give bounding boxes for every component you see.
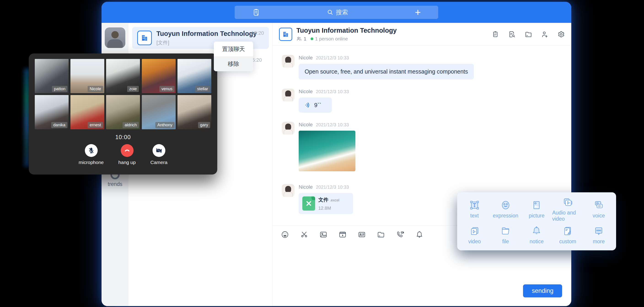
participant-tile: patton — [35, 59, 68, 93]
video-clip-icon[interactable] — [338, 231, 347, 239]
microphone-button[interactable] — [85, 144, 98, 157]
avatar[interactable] — [282, 89, 294, 101]
picture-icon — [531, 200, 542, 210]
notice-icon — [531, 226, 542, 236]
panel-item-audio-video[interactable]: Audio and video — [552, 196, 583, 222]
online-status: 1 person online — [315, 36, 348, 41]
hang-up-label: hang up — [118, 160, 136, 165]
hang-up-button[interactable] — [121, 144, 134, 157]
menu-item-pin-chat[interactable]: 置顶聊天 — [214, 41, 253, 56]
participant-name: aldrich — [122, 122, 139, 128]
panel-item-video[interactable]: video — [459, 222, 490, 248]
message-image: Nicole2021/12/3 10:33 — [282, 122, 562, 171]
group-call-overlay: patton Nicole zoie venus stellar danika … — [29, 53, 217, 175]
text-icon — [469, 200, 480, 210]
participant-name: danika — [51, 122, 68, 128]
file-name: 文件 — [318, 197, 328, 203]
company-building-icon — [137, 31, 152, 45]
top-bar: 搜索 + — [102, 2, 571, 23]
file-attachment[interactable]: ✕ 文件 .excel 12.8M — [299, 193, 353, 214]
panel-item-label: text — [470, 213, 479, 219]
add-member-icon[interactable] — [541, 31, 548, 38]
panel-item-label: Audio and video — [552, 210, 583, 222]
message-type-panel: text expression picture Audio and video … — [457, 192, 616, 250]
avatar[interactable] — [282, 55, 294, 68]
sender-name: Nicole — [299, 55, 312, 61]
send-button[interactable]: sending — [523, 284, 562, 298]
search-bar[interactable]: 搜索 + — [235, 6, 438, 19]
conversation-context-menu: 置顶聊天 移除 — [214, 41, 253, 71]
chat-title: Tuoyun Information Technology — [296, 27, 397, 34]
sender-name: Nicole — [299, 184, 312, 190]
video-icon — [469, 226, 480, 236]
image-icon[interactable] — [319, 231, 328, 239]
voice-bubble[interactable]: 9`` — [299, 97, 332, 113]
panel-item-label: picture — [529, 213, 544, 219]
text-bubble[interactable]: Open source, free, and universal instant… — [299, 64, 474, 79]
panel-item-picture[interactable]: picture — [521, 196, 552, 222]
panel-item-label: expression — [493, 213, 518, 219]
participant-tile: stellar — [178, 59, 211, 93]
folder-icon[interactable] — [377, 231, 385, 239]
contact-card-icon[interactable] — [358, 231, 366, 239]
panel-item-label: more — [593, 239, 605, 245]
screenshot-scissors-icon[interactable] — [300, 231, 308, 239]
search-placeholder: 搜索 — [336, 8, 348, 16]
image-attachment[interactable] — [299, 131, 356, 171]
camera-control: Camera — [150, 144, 168, 165]
chat-header: Tuoyun Information Technology 1 1 person… — [272, 23, 571, 46]
message-timestamp: 2021/12/3 10:33 — [316, 55, 349, 60]
participant-tile: aldrich — [106, 95, 140, 129]
avatar[interactable] — [282, 184, 294, 197]
user-avatar[interactable] — [105, 27, 125, 48]
search-field[interactable]: 搜索 — [327, 8, 348, 16]
conversation-title: Tuoyun Information Technology — [156, 30, 251, 37]
custom-icon — [562, 226, 573, 236]
panel-item-file[interactable]: file — [490, 222, 521, 248]
call-timer: 10:00 — [35, 134, 211, 140]
trends-label: trends — [102, 181, 128, 187]
message-timestamp: 2021/12/3 10:33 — [316, 122, 349, 127]
microphone-muted-icon — [88, 147, 95, 154]
screen: 搜索 + trends T — [0, 0, 644, 307]
file-icon — [500, 226, 511, 236]
audio-video-icon — [562, 197, 573, 207]
panel-item-more[interactable]: more — [583, 222, 614, 248]
participant-name: ernest — [88, 122, 103, 128]
avatar[interactable] — [282, 122, 294, 135]
panel-item-label: notice — [530, 239, 544, 245]
file-library-icon[interactable] — [524, 31, 532, 38]
panel-item-custom[interactable]: custom — [552, 222, 583, 248]
video-call-icon[interactable] — [396, 231, 404, 239]
message-timestamp: 2021/12/3 10:33 — [316, 185, 349, 190]
member-count: 1 — [304, 36, 306, 41]
notification-bell-icon[interactable] — [415, 231, 424, 239]
file-ext: .excel — [330, 198, 340, 202]
chat-history-search-icon[interactable] — [508, 31, 516, 38]
participant-grid: patton Nicole zoie venus stellar danika … — [35, 59, 211, 129]
search-icon — [327, 9, 334, 15]
participant-name: gary — [198, 122, 210, 128]
conversation-time: 15:20 — [251, 30, 264, 36]
camera-button[interactable] — [152, 144, 165, 157]
panel-item-label: voice — [592, 213, 605, 219]
company-building-icon — [279, 28, 292, 41]
file-size: 12.8M — [318, 206, 340, 211]
plus-icon[interactable]: + — [415, 8, 421, 16]
emoji-icon[interactable] — [281, 231, 289, 239]
call-record-icon[interactable] — [252, 8, 260, 16]
panel-item-voice[interactable]: voice — [583, 196, 614, 222]
panel-item-text[interactable]: text — [459, 196, 490, 222]
more-icon — [594, 226, 604, 236]
participant-name: stellar — [195, 86, 210, 92]
group-notice-icon[interactable] — [492, 31, 499, 38]
microphone-label: microphone — [79, 160, 104, 165]
sender-name: Nicole — [299, 122, 312, 128]
menu-item-remove[interactable]: 移除 — [214, 56, 253, 71]
panel-item-expression[interactable]: expression — [490, 196, 521, 222]
message-timestamp: 2021/12/3 10:33 — [316, 89, 349, 94]
panel-item-notice[interactable]: notice — [521, 222, 552, 248]
voice-wave-icon — [304, 102, 311, 108]
participant-tile: venus — [142, 59, 176, 93]
settings-gear-icon[interactable] — [558, 31, 565, 38]
